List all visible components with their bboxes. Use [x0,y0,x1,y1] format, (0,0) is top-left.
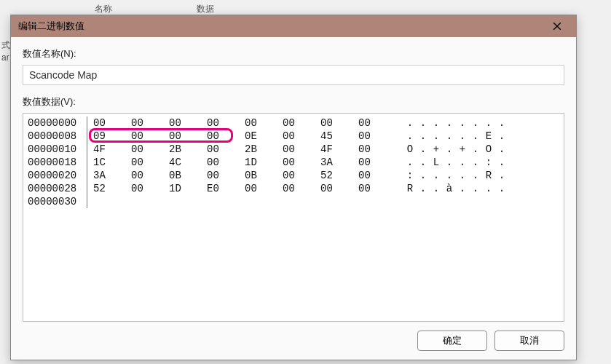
hex-byte[interactable]: 00 [358,169,396,182]
hex-byte[interactable]: 00 [131,156,169,169]
hex-byte[interactable]: 4C [169,156,207,169]
ascii-bytes: ......E. [403,130,508,143]
hex-byte[interactable]: E0 [207,182,245,195]
hex-byte[interactable]: 00 [131,116,169,130]
hex-bytes[interactable]: 1C004C001D003A00 [93,156,399,169]
hex-byte[interactable]: 4F [320,143,358,156]
hex-byte[interactable]: 00 [131,130,169,143]
hex-byte[interactable]: 3A [320,156,358,169]
ascii-char: : [482,156,495,169]
hex-byte[interactable]: 52 [93,182,131,195]
hex-byte[interactable] [207,195,245,208]
hex-byte[interactable]: 1C [93,156,131,169]
ascii-char [469,195,482,208]
hex-bytes[interactable]: 3A000B000B005200 [93,169,399,182]
hex-bytes[interactable]: 090000000E004500 [93,130,399,143]
hex-bytes[interactable]: 4F002B002B004F00 [93,143,399,156]
ascii-char [482,195,495,208]
hex-byte[interactable] [320,195,358,208]
hex-byte[interactable]: 00 [169,130,207,143]
hex-byte[interactable]: 1D [169,182,207,195]
hex-byte[interactable]: 00 [131,169,169,182]
hex-byte[interactable]: 00 [283,156,320,169]
hex-byte[interactable]: 00 [358,156,396,169]
value-name-field[interactable]: Scancode Map [23,65,564,85]
hex-byte[interactable]: 00 [207,116,245,130]
hex-byte[interactable]: 0E [245,130,283,143]
hex-byte[interactable] [283,195,320,208]
hex-byte[interactable]: 00 [283,143,320,156]
hex-byte[interactable]: 00 [283,182,320,195]
cancel-button[interactable]: 取消 [494,331,564,351]
hex-byte[interactable]: 00 [320,116,358,130]
offset-cell: 00000030 [28,195,87,208]
hex-byte[interactable]: 00 [283,130,320,143]
ok-button[interactable]: 确定 [417,331,487,351]
ascii-char: . [443,156,456,169]
hex-byte[interactable]: 00 [207,130,245,143]
hex-byte[interactable] [131,195,169,208]
hex-byte[interactable] [245,195,283,208]
hex-byte[interactable]: 2B [169,143,207,156]
hex-byte[interactable] [93,195,131,208]
hex-byte[interactable]: 0B [169,169,207,182]
ascii-char: O [403,143,417,156]
ascii-char: . [495,156,508,169]
hex-byte[interactable]: 4F [93,143,131,156]
hex-byte[interactable]: 00 [245,182,283,195]
hex-byte[interactable]: 3A [93,169,131,182]
titlebar: 编辑二进制数值 [11,15,576,37]
hex-bytes[interactable]: 52001DE000000000 [93,182,399,195]
hex-byte[interactable]: 00 [131,182,169,195]
offset-cell: 00000020 [28,169,87,182]
hex-byte[interactable]: 00 [358,116,396,130]
hex-row: 000000203A000B000B005200:.....R. [28,169,559,182]
ascii-char: . [417,116,430,130]
hex-byte[interactable]: 00 [131,143,169,156]
hex-bytes[interactable] [93,195,399,208]
ascii-char: . [430,169,443,182]
hex-byte[interactable]: 2B [245,143,283,156]
hex-byte[interactable]: 00 [207,169,245,182]
ascii-char: . [443,116,456,130]
ascii-char: . [456,182,469,195]
hex-byte[interactable]: 00 [358,143,396,156]
hex-byte[interactable]: 00 [207,156,245,169]
hex-byte[interactable]: 00 [245,116,283,130]
hex-byte[interactable]: 00 [93,116,131,130]
hex-byte[interactable]: 00 [169,116,207,130]
ascii-char [403,195,417,208]
hex-byte[interactable]: 52 [320,169,358,182]
ascii-char: . [403,156,417,169]
hex-byte[interactable]: 00 [283,116,320,130]
hex-byte[interactable]: 45 [320,130,358,143]
close-button[interactable] [543,15,572,37]
hex-byte[interactable]: 0B [245,169,283,182]
hex-byte[interactable]: 00 [320,182,358,195]
ascii-char: . [443,143,456,156]
hex-bytes[interactable]: 0000000000000000 [93,116,399,130]
ascii-char: . [430,182,443,195]
offset-cell: 00000008 [28,130,87,143]
hex-byte[interactable]: 00 [358,182,396,195]
ascii-char: E [482,130,495,143]
ascii-char: . [403,130,417,143]
ascii-char: . [495,130,508,143]
ascii-char: . [417,169,430,182]
ascii-char: . [469,169,482,182]
hex-byte[interactable] [358,195,396,208]
hex-byte[interactable]: 1D [245,156,283,169]
hex-byte[interactable]: 09 [93,130,131,143]
ascii-char: . [430,116,443,130]
hex-byte[interactable] [169,195,207,208]
ascii-char: . [403,116,417,130]
hex-byte[interactable]: 00 [207,143,245,156]
ascii-char: . [495,182,508,195]
hex-byte[interactable]: 00 [283,169,320,182]
hex-row: 00000008090000000E004500......E. [28,130,559,143]
hex-editor[interactable]: 000000000000000000000000........00000008… [23,113,564,322]
ascii-char [495,195,508,208]
hex-byte[interactable]: 00 [358,130,396,143]
ascii-char: . [417,143,430,156]
ascii-char: : [403,169,417,182]
